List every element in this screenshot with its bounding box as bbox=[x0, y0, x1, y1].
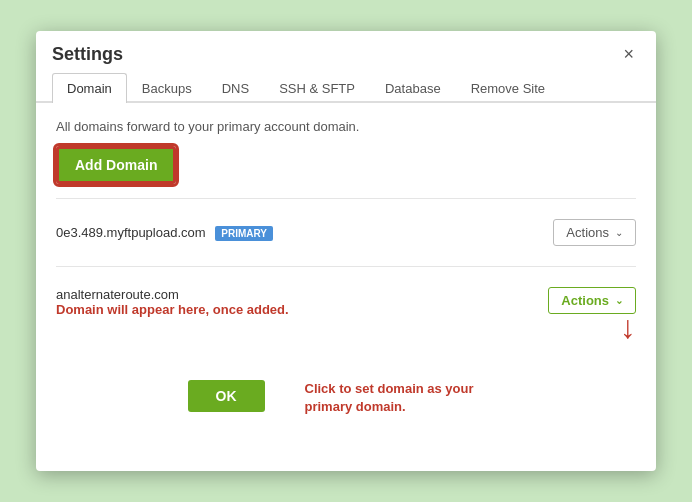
tab-remove-site[interactable]: Remove Site bbox=[456, 73, 560, 103]
modal-footer: OK Click to set domain as your primary d… bbox=[36, 370, 656, 426]
footer-annotation: Click to set domain as your primary doma… bbox=[305, 380, 505, 416]
domain2-name: analternateroute.com bbox=[56, 287, 289, 302]
ok-button[interactable]: OK bbox=[188, 380, 265, 412]
domain2-actions-label: Actions bbox=[561, 293, 609, 308]
domain-row-primary: 0e3.489.myftpupload.com PRIMARY Actions … bbox=[56, 213, 636, 252]
domain2-right: Actions ⌄ ↑ bbox=[548, 287, 636, 348]
arrow-icon: ↑ bbox=[620, 316, 636, 348]
modal-title: Settings bbox=[52, 44, 123, 65]
domain1-name: 0e3.489.myftpupload.com bbox=[56, 225, 206, 240]
domain1-actions-button[interactable]: Actions ⌄ bbox=[553, 219, 636, 246]
arrow-group: ↑ bbox=[620, 316, 636, 348]
divider-1 bbox=[56, 198, 636, 199]
settings-modal: Settings × DomainBackupsDNSSSH & SFTPDat… bbox=[36, 31, 656, 471]
primary-badge: PRIMARY bbox=[215, 226, 273, 241]
tab-dns[interactable]: DNS bbox=[207, 73, 264, 103]
add-domain-button[interactable]: Add Domain bbox=[56, 146, 176, 184]
domain2-actions-button[interactable]: Actions ⌄ bbox=[548, 287, 636, 314]
domain2-left: analternateroute.com Domain will appear … bbox=[56, 287, 289, 317]
info-text: All domains forward to your primary acco… bbox=[56, 119, 636, 134]
chevron-down-icon: ⌄ bbox=[615, 227, 623, 238]
domain1-actions-label: Actions bbox=[566, 225, 609, 240]
close-button[interactable]: × bbox=[617, 43, 640, 65]
tab-domain[interactable]: Domain bbox=[52, 73, 127, 103]
modal-body: All domains forward to your primary acco… bbox=[36, 103, 656, 370]
divider-2 bbox=[56, 266, 636, 267]
modal-header: Settings × bbox=[36, 31, 656, 73]
chevron-down-icon-2: ⌄ bbox=[615, 295, 623, 306]
tab-database[interactable]: Database bbox=[370, 73, 456, 103]
tab-backups[interactable]: Backups bbox=[127, 73, 207, 103]
domain1-info: 0e3.489.myftpupload.com PRIMARY bbox=[56, 225, 273, 240]
tab-bar: DomainBackupsDNSSSH & SFTPDatabaseRemove… bbox=[36, 73, 656, 103]
domain2-placeholder: Domain will appear here, once added. bbox=[56, 302, 289, 317]
tab-ssh-and-sftp[interactable]: SSH & SFTP bbox=[264, 73, 370, 103]
